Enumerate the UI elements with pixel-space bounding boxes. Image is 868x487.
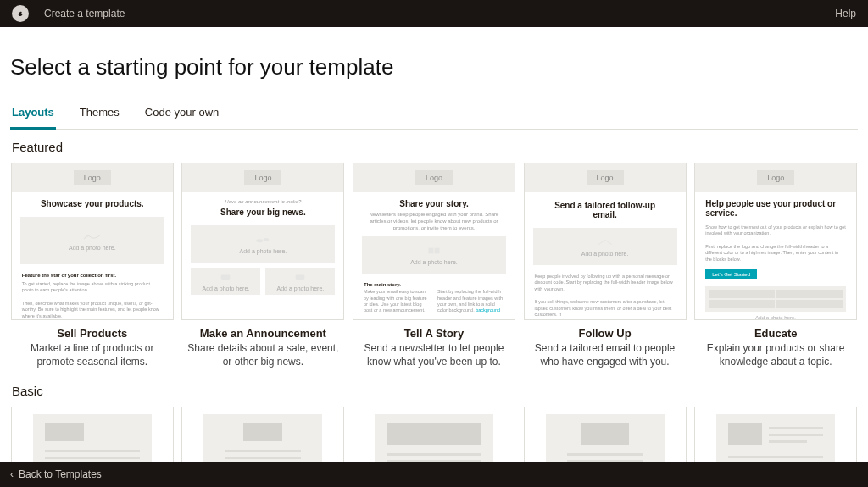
photo-grid <box>705 286 846 312</box>
layout-block <box>728 423 762 445</box>
preview-body: Then, describe what makes your product u… <box>12 297 173 320</box>
template-card-announcement[interactable]: Logo Have an announcement to make? Share… <box>181 163 344 320</box>
preview-headline: Send a tailored follow-up email. <box>525 192 686 223</box>
svg-point-3 <box>264 238 270 241</box>
preview-col: Start by replacing the full-width header… <box>437 289 504 313</box>
preview-headline: Help people use your product or service. <box>695 192 856 221</box>
photo-caption: Add a photo here. <box>695 315 856 320</box>
preview-body: First, replace the logo and change the f… <box>695 241 856 266</box>
preview-headline: Share your story. <box>353 192 515 212</box>
tab-layouts[interactable]: Layouts <box>10 101 56 130</box>
create-template-link[interactable]: Create a template <box>44 8 125 19</box>
photo-placeholder: Add a photo here. <box>362 236 506 274</box>
page-title: Select a starting point for your templat… <box>10 54 858 80</box>
bottom-bar: ‹ Back to Templates <box>0 462 868 487</box>
preview-body: To get started, replace the image above … <box>12 278 173 297</box>
template-card-sell-products[interactable]: Logo Showcase your products. Add a photo… <box>11 163 174 320</box>
card-desc: Share details about a sale, event, or ot… <box>181 341 346 368</box>
card-title: Follow Up <box>579 327 632 340</box>
photo-placeholder: Add a photo here. <box>533 228 677 265</box>
tab-code-your-own[interactable]: Code your own <box>143 101 220 130</box>
preview-caption: The main story. <box>353 279 515 287</box>
logo-placeholder: Logo <box>244 170 281 185</box>
card-desc: Explain your products or share knowledge… <box>693 341 858 368</box>
svg-rect-7 <box>435 248 440 254</box>
layout-block <box>387 423 481 445</box>
section-featured-title: Featured <box>12 140 858 154</box>
card-title: Sell Products <box>57 327 127 340</box>
template-card-educate[interactable]: Logo Help people use your product or ser… <box>694 163 857 320</box>
preview-prehead: Have an announcement to make? <box>182 192 343 206</box>
svg-rect-5 <box>296 274 304 280</box>
preview-cta: Let's Get Started <box>705 269 757 279</box>
chevron-left-icon: ‹ <box>10 468 14 480</box>
tab-themes[interactable]: Themes <box>78 101 121 130</box>
layout-block <box>243 423 282 441</box>
logo-placeholder: Logo <box>757 170 794 185</box>
layout-block <box>581 423 629 445</box>
card-desc: Market a line of products or promote sea… <box>10 341 175 368</box>
preview-headline: Share your big news. <box>182 206 343 220</box>
top-bar: Create a template Help <box>0 0 868 27</box>
template-card-tell-story[interactable]: Logo Share your story. Newsletters keep … <box>353 163 515 320</box>
photo-placeholder: Add a photo here. <box>191 268 260 295</box>
help-link[interactable]: Help <box>835 8 856 19</box>
card-desc: Send a newsletter to let people know wha… <box>352 341 516 368</box>
mailchimp-logo <box>12 5 29 22</box>
photo-placeholder: Add a photo here. <box>20 217 164 264</box>
card-title: Make an Announcement <box>200 327 326 340</box>
card-title: Tell A Story <box>404 327 464 340</box>
svg-rect-6 <box>428 248 433 254</box>
card-title: Educate <box>754 327 798 340</box>
photo-placeholder: Add a photo here. <box>191 225 335 263</box>
preview-body: If you sell things, welcome new customer… <box>525 296 686 320</box>
preview-caption: Feature the star of your collection firs… <box>12 269 173 278</box>
preview-col: Make your email easy to scan by leading … <box>364 289 431 313</box>
section-basic-title: Basic <box>12 384 858 398</box>
layout-block <box>45 423 84 441</box>
logo-placeholder: Logo <box>587 170 624 185</box>
svg-point-1 <box>86 235 88 238</box>
preview-body: Show how to get the most out of your pro… <box>695 221 856 241</box>
svg-point-2 <box>257 239 264 242</box>
logo-placeholder: Logo <box>74 170 111 185</box>
template-card-follow-up[interactable]: Logo Send a tailored follow-up email. Ad… <box>524 163 687 320</box>
logo-placeholder: Logo <box>415 170 453 185</box>
card-desc: Send a tailored email to people who have… <box>523 341 687 368</box>
preview-headline: Showcase your products. <box>12 192 173 212</box>
back-to-templates-link[interactable]: ‹ Back to Templates <box>10 468 102 480</box>
preview-sub: Newsletters keep people engaged with you… <box>353 212 515 231</box>
tabs: Layouts Themes Code your own <box>10 101 858 130</box>
preview-body: Keep people involved by following up wit… <box>525 270 686 296</box>
photo-placeholder: Add a photo here. <box>265 268 335 295</box>
featured-row: Logo Showcase your products. Add a photo… <box>10 163 858 368</box>
svg-rect-4 <box>221 274 230 280</box>
